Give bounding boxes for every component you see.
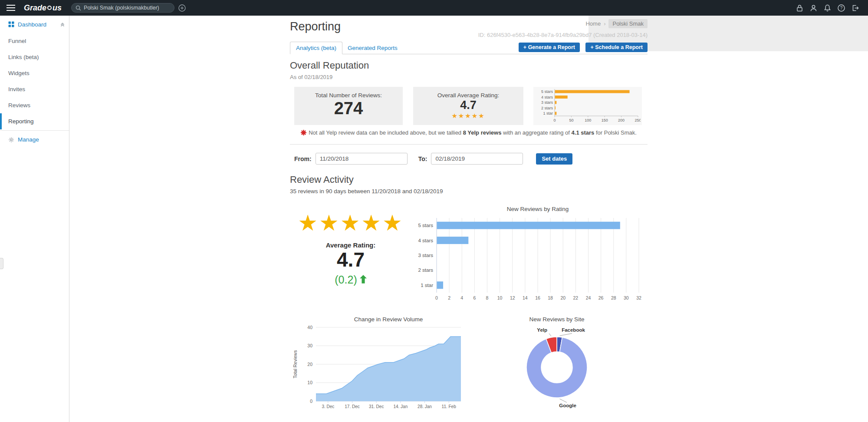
tab-generated-reports[interactable]: Generated Reports (348, 42, 398, 54)
yelp-note-text: with an aggregate rating of (501, 129, 571, 136)
svg-text:20: 20 (307, 362, 312, 367)
gear-icon (8, 137, 14, 143)
svg-text:28: 28 (611, 295, 616, 300)
business-search[interactable] (71, 3, 174, 13)
svg-text:200: 200 (618, 118, 625, 122)
svg-text:0: 0 (553, 118, 556, 122)
logo-text-grade: Grade (24, 3, 46, 13)
svg-text:Total Reviews: Total Reviews (293, 350, 298, 379)
sidebar-item-label: Funnel (8, 38, 26, 44)
svg-text:1 star: 1 star (421, 283, 433, 288)
new-reviews-by-rating-chart: New Reviews by Rating0246810121416182022… (415, 204, 644, 308)
sidebar-item-dashboard[interactable]: Dashboard (0, 16, 69, 33)
svg-text:31. Dec: 31. Dec (369, 404, 384, 409)
logo-dot-icon (47, 6, 52, 10)
search-icon (76, 5, 81, 11)
sidebar-item-widgets[interactable]: Widgets (0, 65, 69, 81)
sidebar-item-label: Widgets (8, 70, 30, 76)
logo-text-us: us (53, 3, 62, 13)
sidebar-item-label: Links (beta) (8, 54, 39, 60)
svg-text:30: 30 (624, 295, 629, 300)
svg-text:Change in Review Volume: Change in Review Volume (354, 316, 423, 323)
sidebar-item-links[interactable]: Links (beta) (0, 49, 69, 65)
svg-text:16: 16 (535, 295, 540, 300)
total-reviews-label: Total Number of Reviews: (294, 92, 403, 99)
schedule-report-button[interactable]: + Schedule a Report (585, 43, 648, 52)
svg-text:2 stars: 2 stars (418, 267, 433, 273)
svg-text:100: 100 (585, 118, 591, 122)
app-logo[interactable]: Grade us (24, 3, 62, 13)
hamburger-menu-icon[interactable] (7, 4, 15, 11)
reviews-by-site-chart: New Reviews by SiteFacebookGoogleYelp (474, 314, 646, 416)
yelp-icon (301, 130, 306, 137)
svg-text:4: 4 (460, 295, 463, 300)
to-date-input[interactable] (431, 153, 523, 165)
add-business-icon[interactable] (178, 4, 186, 12)
review-activity-subtitle: 35 reviews in 90 days between 11/20/2018… (290, 188, 443, 195)
from-date-input[interactable] (316, 153, 408, 165)
sidebar-item-label: Dashboard (18, 21, 46, 28)
total-reviews-card: Total Number of Reviews: 274 (294, 87, 403, 125)
svg-text:3 stars: 3 stars (418, 253, 433, 258)
yelp-review-count: 8 Yelp reviews (463, 129, 502, 136)
lock-icon[interactable] (796, 4, 804, 12)
svg-text:30: 30 (307, 343, 312, 348)
svg-text:12: 12 (510, 295, 515, 300)
svg-text:5 stars: 5 stars (541, 89, 553, 94)
generate-report-button[interactable]: + Generate a Report (519, 43, 580, 52)
sidebar-item-reporting[interactable]: Reporting (0, 113, 69, 129)
sidebar-divider (0, 130, 69, 131)
breadcrumb-home-link[interactable]: Home (585, 20, 601, 27)
help-icon[interactable]: ? (837, 4, 845, 12)
logout-icon[interactable] (851, 4, 859, 12)
sidebar-item-label: Reporting (8, 118, 34, 125)
rating-change: (0.2) (290, 274, 411, 286)
svg-text:50: 50 (569, 118, 573, 122)
sidebar-collapse-handle[interactable] (0, 258, 3, 269)
overall-average-rating-value: 4.7 (413, 99, 523, 112)
svg-text:?: ? (840, 6, 843, 10)
svg-text:Google: Google (559, 403, 576, 408)
collapse-sidebar-icon[interactable] (60, 22, 65, 27)
content-container: Home › Polski Smak ID: 626f4530-e563-4b2… (290, 16, 648, 422)
svg-text:3 stars: 3 stars (541, 100, 553, 105)
sidebar-item-reviews[interactable]: Reviews (0, 97, 69, 113)
review-volume-chart: Change in Review Volume010203040Total Re… (290, 314, 477, 416)
breadcrumb-separator-icon: › (604, 20, 605, 27)
svg-text:28. Jan: 28. Jan (418, 404, 432, 409)
rating-stars-large: ★★★★★ (290, 212, 411, 234)
sidebar-item-funnel[interactable]: Funnel (0, 33, 69, 49)
yelp-aggregate-rating: 4.1 stars (572, 129, 595, 136)
overall-reputation-heading: Overall Reputation (290, 60, 369, 71)
breadcrumb-current: Polski Smak (608, 19, 648, 28)
svg-text:14. Jan: 14. Jan (393, 404, 408, 409)
user-icon[interactable] (809, 4, 818, 12)
svg-text:18: 18 (548, 295, 553, 300)
sidebar-item-invites[interactable]: Invites (0, 81, 69, 97)
rating-change-value: (0.2) (335, 274, 357, 286)
up-arrow-icon (360, 274, 367, 286)
svg-text:New Reviews by Rating: New Reviews by Rating (507, 206, 569, 212)
svg-text:2 stars: 2 stars (541, 106, 553, 110)
topbar-icon-group: ? (796, 4, 859, 12)
svg-text:8: 8 (486, 295, 489, 300)
average-rating-block: ★★★★★ Average Rating: 4.7 (0.2) (290, 212, 411, 286)
svg-text:11. Feb: 11. Feb (442, 404, 457, 409)
svg-text:4 stars: 4 stars (541, 95, 553, 99)
sidebar-item-manage[interactable]: Manage (0, 132, 69, 148)
page-title: Reporting (290, 20, 341, 33)
yelp-note: Not all Yelp review data can be included… (290, 129, 648, 137)
average-rating-value: 4.7 (290, 249, 411, 271)
tab-analytics[interactable]: Analytics (beta) (290, 42, 342, 54)
search-input[interactable] (84, 5, 170, 11)
svg-text:Yelp: Yelp (537, 327, 547, 333)
svg-text:1 star: 1 star (543, 111, 553, 115)
yelp-note-text: Not all Yelp review data can be included… (309, 129, 463, 136)
svg-text:5 stars: 5 stars (418, 223, 433, 228)
svg-text:150: 150 (602, 118, 608, 122)
set-dates-button[interactable]: Set dates (536, 153, 572, 165)
notifications-bell-icon[interactable] (823, 4, 832, 12)
svg-text:4 stars: 4 stars (418, 238, 433, 243)
svg-text:2: 2 (448, 295, 450, 300)
profile-id: ID: 626f4530-e563-4b28-8e7a-914fb9a29bd7… (478, 32, 648, 38)
